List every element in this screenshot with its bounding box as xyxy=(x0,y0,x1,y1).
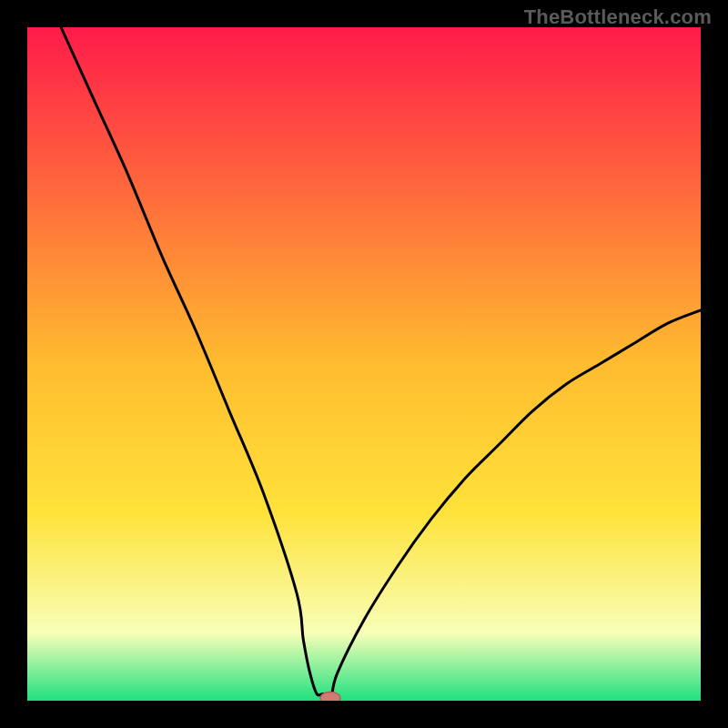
chart-frame: TheBottleneck.com xyxy=(0,0,728,728)
watermark-text: TheBottleneck.com xyxy=(524,5,712,29)
optimal-point-marker xyxy=(320,692,340,701)
chart-plot-area xyxy=(27,27,701,701)
chart-svg xyxy=(27,27,701,701)
